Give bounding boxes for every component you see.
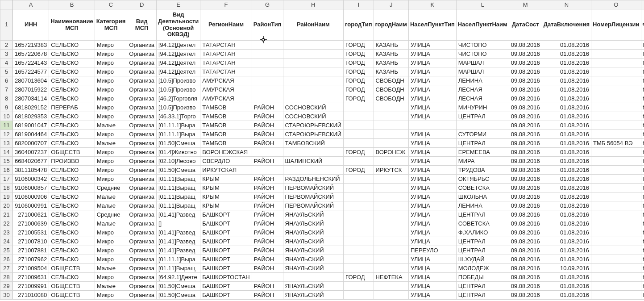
- cell[interactable]: Малые: [95, 121, 127, 130]
- cell[interactable]: Организа: [127, 121, 157, 130]
- cell[interactable]: УЛИЦА: [408, 94, 456, 103]
- row-header[interactable]: 16: [0, 166, 13, 175]
- cell[interactable]: 9106000991: [13, 201, 49, 210]
- row-header[interactable]: 27: [0, 264, 13, 273]
- cell[interactable]: [283, 76, 344, 85]
- cell[interactable]: [01.11]Выращ: [156, 175, 200, 184]
- cell[interactable]: СЕЛЬСКО: [49, 41, 95, 50]
- cell[interactable]: ОБЩЕСТВ: [49, 291, 95, 300]
- cell[interactable]: file2: 20160910: [641, 157, 644, 166]
- cell[interactable]: ПЕРЕУЛО: [408, 246, 456, 255]
- cell[interactable]: file2: 20160910: [641, 246, 644, 255]
- cell[interactable]: Микро: [95, 255, 127, 264]
- cell[interactable]: ЯНАУЛЬСКИЙ: [283, 264, 344, 273]
- cell[interactable]: [01.50]Смеша: [156, 139, 200, 148]
- cell[interactable]: СВЕРДЛО: [200, 157, 252, 166]
- table-row[interactable]: 116819001047СЕЛЬСКОМалыеОрганиза[01.11.1…: [0, 121, 644, 130]
- cell[interactable]: ИРКУТСКАЯ: [200, 166, 252, 175]
- cell[interactable]: УЛИЦА: [408, 157, 456, 166]
- cell[interactable]: ИРКУТСК: [374, 166, 408, 175]
- cell[interactable]: Ш.ХУДАЙ: [456, 255, 509, 264]
- cell[interactable]: РАЙОН: [252, 246, 283, 255]
- cell[interactable]: ОБЩЕСТВ: [49, 264, 95, 273]
- cell[interactable]: УЛИЦА: [408, 103, 456, 112]
- cell[interactable]: МОЛОДЕЖ: [456, 264, 509, 273]
- table-row[interactable]: 156684020677ПРОИЗВОМикроОрганиза[02.10]Л…: [0, 157, 644, 166]
- cell[interactable]: 09.08.2016: [509, 228, 542, 237]
- row-header[interactable]: 24: [0, 237, 13, 246]
- column-header-G[interactable]: G: [252, 0, 283, 9]
- cell[interactable]: [46.2]Торговля: [156, 94, 200, 103]
- cell[interactable]: file2: 20160910: [641, 76, 644, 85]
- cell[interactable]: 01.08.2016: [542, 192, 591, 201]
- cell[interactable]: Организа: [127, 228, 157, 237]
- cell[interactable]: СЕЛЬСКО: [49, 246, 95, 255]
- cell[interactable]: [01.11]Выращ: [156, 184, 200, 192]
- cell[interactable]: Организа: [127, 219, 157, 228]
- cell[interactable]: 271010080: [13, 291, 49, 300]
- cell[interactable]: Микро: [95, 148, 127, 157]
- cell[interactable]: Организа: [127, 175, 157, 184]
- cell[interactable]: БАШКОРТ: [200, 246, 252, 255]
- cell[interactable]: РАЙОН: [252, 157, 283, 166]
- header-cell[interactable]: ДатаВключения: [542, 9, 591, 41]
- table-row[interactable]: 143604007237ОБЩЕСТВМикроОрганиза[01.4]Жи…: [0, 148, 644, 157]
- cell[interactable]: [591, 121, 641, 130]
- cell[interactable]: 09.08.2016: [509, 130, 542, 139]
- cell[interactable]: РАЙОН: [252, 112, 283, 121]
- cell[interactable]: 1657220678: [13, 50, 49, 59]
- cell[interactable]: АМУРСКАЯ: [200, 76, 252, 85]
- cell[interactable]: 09.08.2016: [509, 157, 542, 166]
- cell[interactable]: [374, 237, 408, 246]
- cell[interactable]: Микро: [95, 112, 127, 121]
- column-header-J[interactable]: J: [374, 0, 408, 9]
- cell[interactable]: Организа: [127, 148, 157, 157]
- cell[interactable]: [591, 148, 641, 157]
- header-cell[interactable]: Вид МСП: [127, 9, 157, 41]
- cell[interactable]: [374, 130, 408, 139]
- cell[interactable]: [591, 85, 641, 94]
- cell[interactable]: 01.08.2016: [542, 201, 591, 210]
- cell[interactable]: Микро: [95, 59, 127, 67]
- column-header-N[interactable]: N: [542, 0, 591, 9]
- table-row[interactable]: 28271009631СЕЛЬСКОМикроОрганиза[64.92.1]…: [0, 273, 644, 282]
- cell[interactable]: [374, 282, 408, 291]
- cell[interactable]: 01.08.2016: [542, 130, 591, 139]
- spreadsheet-grid[interactable]: ABCDEFGHIJKLMNOPQR1ИНННаименование МСПКа…: [0, 0, 644, 301]
- table-row[interactable]: 179106000342СЕЛЬСКОМикроОрганиза[01.11]В…: [0, 175, 644, 184]
- cell[interactable]: [374, 121, 408, 130]
- cell[interactable]: БАШКОРТ: [200, 291, 252, 300]
- cell[interactable]: [344, 201, 374, 210]
- row-header[interactable]: 8: [0, 94, 13, 103]
- cell[interactable]: СТАРОЮРЬЕВСКИЙ: [283, 121, 344, 130]
- cell[interactable]: [01.50]Смеша: [156, 291, 200, 300]
- cell[interactable]: file2: 20160910: [641, 130, 644, 139]
- cell[interactable]: Организа: [127, 112, 157, 121]
- cell[interactable]: УЛИЦА: [408, 148, 456, 157]
- cell[interactable]: ТРУДОВА: [456, 166, 509, 175]
- cell[interactable]: УЛИЦА: [408, 237, 456, 246]
- cell[interactable]: Организа: [127, 273, 157, 282]
- cell[interactable]: 1657224577: [13, 67, 49, 76]
- table-row[interactable]: 21271000621СЕЛЬСКОСредниеОрганиза[01.41]…: [0, 210, 644, 219]
- cell[interactable]: Микро: [95, 130, 127, 139]
- cell[interactable]: [344, 210, 374, 219]
- cell[interactable]: Микро: [95, 166, 127, 175]
- cell[interactable]: [591, 210, 641, 219]
- cell[interactable]: file2: 20160910: [641, 94, 644, 103]
- cell[interactable]: КРЫМ: [200, 192, 252, 201]
- header-cell[interactable]: НаселПунктНаим: [456, 9, 509, 41]
- cell[interactable]: СЕЛЬСКО: [49, 210, 95, 219]
- cell[interactable]: [591, 166, 641, 175]
- cell[interactable]: 6819004464: [13, 130, 49, 139]
- cell[interactable]: РАЙОН: [252, 282, 283, 291]
- column-header-B[interactable]: B: [49, 0, 95, 9]
- cell[interactable]: [456, 121, 509, 130]
- cell[interactable]: ВОРОНЕЖ: [374, 148, 408, 157]
- table-row[interactable]: 29271009991ОБЩЕСТВМалыеОрганиза[01.50]См…: [0, 282, 644, 291]
- cell[interactable]: 6818029353: [13, 112, 49, 121]
- cell[interactable]: 9106000906: [13, 192, 49, 201]
- cell[interactable]: [01.50]Смеша: [156, 166, 200, 175]
- cell[interactable]: [591, 219, 641, 228]
- cell[interactable]: [344, 219, 374, 228]
